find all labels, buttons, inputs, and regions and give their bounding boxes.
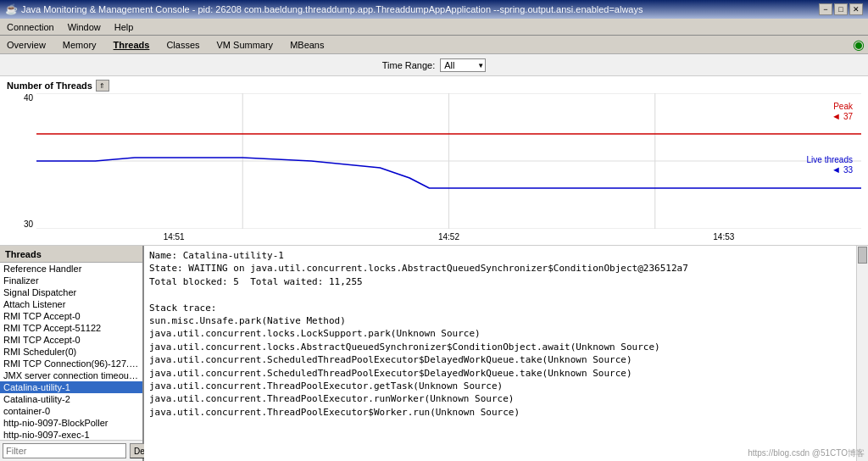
chart-container: 40 30 (7, 93, 861, 237)
legend-peak-value: 37 (843, 112, 853, 121)
thread-detail-panel: Name: Catalina-utility-1 State: WAITING … (144, 246, 856, 461)
thread-list-footer: Detect Deadlock (0, 440, 142, 461)
legend-live-label: Live threads (807, 155, 853, 164)
chart-collapse-button[interactable]: ⇑ (96, 80, 109, 92)
thread-item[interactable]: RMI TCP Accept-0 (0, 334, 142, 346)
thread-item[interactable]: http-nio-9097-exec-1 (0, 429, 142, 440)
detail-scrollbar[interactable] (856, 246, 868, 461)
nav-bar: Overview Memory Threads Classes VM Summa… (0, 36, 868, 54)
tab-classes[interactable]: Classes (163, 39, 203, 51)
main-content: Time Range: All 1 min 5 min 10 min 30 mi… (0, 54, 868, 461)
tab-overview[interactable]: Overview (3, 39, 49, 51)
thread-item[interactable]: Attach Listener (0, 298, 142, 310)
x-axis: 14:51 14:52 14:53 (36, 230, 861, 242)
time-range-select[interactable]: All 1 min 5 min 10 min 30 min 1 hour (440, 58, 486, 72)
thread-item[interactable]: JMX server connection timeout 19 (0, 369, 142, 381)
legend-live: Live threads ◄ 33 (807, 155, 853, 175)
thread-item[interactable]: RMI TCP Connection(96)-127.0.0.1 (0, 358, 142, 369)
tab-memory[interactable]: Memory (59, 39, 100, 51)
menu-window[interactable]: Window (64, 21, 104, 33)
x-label-1453: 14:53 (713, 232, 734, 242)
chart-legend: Peak ◄ 37 Live threads ◄ 33 (807, 102, 853, 175)
thread-item[interactable]: RMI Scheduler(0) (0, 346, 142, 358)
y-axis: 40 30 (7, 93, 36, 229)
restore-button[interactable]: □ (834, 3, 848, 15)
close-button[interactable]: ✕ (849, 3, 863, 15)
thread-item[interactable]: Catalina-utility-2 (0, 393, 142, 405)
legend-peak-label: Peak (833, 102, 853, 111)
legend-peak: Peak ◄ 37 (807, 102, 853, 121)
thread-item[interactable]: Finalizer (0, 275, 142, 286)
menu-connection[interactable]: Connection (3, 21, 58, 33)
thread-item[interactable]: RMI TCP Accept-0 (0, 310, 142, 322)
x-label-1451: 14:51 (164, 232, 185, 242)
title-bar: ☕ Java Monitoring & Management Console -… (0, 0, 868, 19)
menu-help[interactable]: Help (111, 21, 137, 33)
tab-vm-summary[interactable]: VM Summary (214, 39, 277, 51)
thread-item[interactable]: container-0 (0, 405, 142, 417)
minimize-button[interactable]: − (819, 3, 832, 15)
x-label-1452: 14:52 (438, 232, 459, 242)
app-icon: ☕ (5, 3, 18, 15)
scrollbar-thumb[interactable] (858, 247, 867, 264)
bottom-panels: Threads Reference HandlerFinalizerSignal… (0, 246, 868, 461)
chart-svg (36, 93, 861, 229)
menu-bar: Connection Window Help (0, 19, 868, 36)
jconsole-icon: ◉ (853, 36, 865, 53)
thread-item[interactable]: Catalina-utility-1 (0, 381, 142, 393)
thread-item[interactable]: Signal Dispatcher (0, 286, 142, 298)
window-title: Java Monitoring & Management Console - p… (21, 4, 643, 14)
thread-item[interactable]: RMI TCP Accept-51122 (0, 322, 142, 334)
filter-input[interactable] (3, 443, 126, 458)
chart-title: Number of Threads (7, 81, 92, 91)
thread-item[interactable]: Reference Handler (0, 263, 142, 275)
threads-panel-header: Threads (0, 246, 142, 263)
window-controls: − □ ✕ (819, 3, 863, 15)
watermark: https://blog.csdn @51CTO博客 (748, 447, 865, 459)
y-axis-label-30: 30 (24, 219, 33, 229)
thread-detail-content: Name: Catalina-utility-1 State: WAITING … (144, 246, 856, 461)
threads-panel-title: Threads (5, 249, 42, 259)
tab-mbeans[interactable]: MBeans (287, 39, 327, 51)
time-range-label: Time Range: (382, 60, 436, 70)
chart-header: Number of Threads ⇑ (7, 80, 861, 92)
chart-svg-area: 14:51 14:52 14:53 Peak ◄ 37 Live threads… (36, 93, 861, 237)
y-axis-label-40: 40 (24, 93, 33, 103)
time-range-select-wrapper[interactable]: All 1 min 5 min 10 min 30 min 1 hour (440, 58, 486, 72)
thread-item[interactable]: http-nio-9097-BlockPoller (0, 417, 142, 429)
chart-area: Number of Threads ⇑ 40 30 (0, 76, 868, 246)
thread-list[interactable]: Reference HandlerFinalizerSignal Dispatc… (0, 263, 142, 440)
time-range-bar: Time Range: All 1 min 5 min 10 min 30 mi… (0, 54, 868, 76)
tab-threads[interactable]: Threads (110, 39, 153, 51)
thread-list-panel: Threads Reference HandlerFinalizerSignal… (0, 246, 144, 461)
legend-live-value: 33 (843, 165, 853, 175)
title-bar-text: ☕ Java Monitoring & Management Console -… (5, 3, 643, 15)
